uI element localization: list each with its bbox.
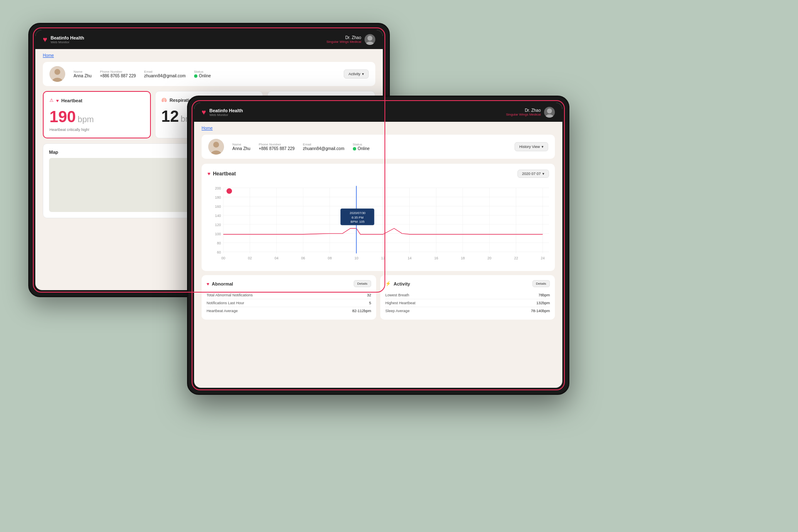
brand-name: Beatinfo Health [51, 35, 84, 40]
patient-avatar [49, 66, 65, 82]
patient-name-field: Name Anna Zhu [74, 70, 91, 78]
brand-subtitle: Web Monitor [51, 40, 84, 44]
chevron-down-icon: ▾ [542, 145, 544, 149]
svg-text:200: 200 [215, 186, 221, 190]
activity-card: ⚡ Activity Details Lowest Breath 78bpm H… [380, 275, 555, 320]
doctor-avatar [365, 34, 375, 45]
front-phone-label: Phone Number [259, 143, 294, 146]
respiration-icon: 🫁 [161, 97, 167, 103]
heartbeat-icon: ♥ [56, 98, 59, 103]
status-value: Online [199, 74, 211, 78]
activity-card-title: ⚡ Activity [385, 281, 410, 286]
patient-info-bar: Name Anna Zhu Phone Number +886 8765 887… [43, 62, 375, 86]
front-patient-phone: +886 8765 887 229 [259, 146, 294, 151]
online-dot [194, 74, 197, 78]
heartbeat-value: 190 [49, 108, 76, 126]
front-doctor-info: Dr. Zhao Singular Wings Medical [506, 107, 555, 118]
svg-text:6:35 PM: 6:35 PM [352, 216, 363, 219]
svg-text:20: 20 [488, 256, 492, 260]
activity-button[interactable]: Activity ▾ [344, 69, 369, 79]
front-tablet: ♥ Beatinfo Health Web Monitor Dr. Zhao S… [187, 96, 569, 395]
svg-text:140: 140 [215, 214, 221, 218]
anomaly-dot [227, 188, 232, 194]
abnormal-card-title: ♥ Abnormal [207, 281, 233, 286]
name-label: Name [74, 70, 91, 74]
date-label: 2020 07 07 [522, 172, 541, 176]
front-tablet-header: ♥ Beatinfo Health Web Monitor Dr. Zhao S… [194, 103, 562, 122]
svg-point-8 [213, 142, 219, 148]
front-status-value: Online [358, 146, 370, 151]
status-indicator: Online [194, 74, 211, 78]
heartbeat-section-header: ♥ Heartbeat 2020 07 07 ▾ [207, 170, 549, 178]
abnormal-details-button[interactable]: Details [354, 280, 371, 287]
activity-label-1: Highest Heartbeat [385, 301, 416, 305]
date-selector-button[interactable]: 2020 07 07 ▾ [517, 170, 549, 178]
front-tablet-content: Home Name Anna Zhu Phone Number +886 87 [194, 122, 562, 388]
abnormal-value-0: 32 [367, 293, 371, 297]
doctor-info: Dr. Zhao Singular Wings Medical [326, 34, 375, 45]
patient-email-field: Email zhuann84@gmail.com [144, 70, 186, 78]
activity-value-1: 132bpm [536, 301, 550, 305]
breadcrumb[interactable]: Home [43, 53, 375, 58]
abnormal-label-0: Total Abnormal Notifications [207, 293, 253, 297]
front-brand-subtitle: Web Monitor [209, 113, 243, 117]
front-brand-name: Beatinfo Health [209, 108, 243, 113]
svg-text:24: 24 [541, 256, 545, 260]
abnormal-row-0: Total Abnormal Notifications 32 [207, 291, 371, 299]
email-label: Email [144, 70, 186, 74]
front-patient-name: Anna Zhu [232, 146, 250, 151]
chevron-down-icon: ▾ [362, 72, 364, 76]
activity-value-0: 78bpm [538, 293, 550, 297]
front-status-label: Status [353, 143, 370, 146]
heartbeat-card-header: ⚠ ♥ Heartbeat [49, 98, 144, 103]
front-patient-email: zhuann84@gmail.com [303, 146, 345, 151]
abnormal-icon: ♥ [207, 281, 209, 286]
activity-icon: ⚡ [385, 281, 391, 286]
svg-text:100: 100 [215, 232, 221, 236]
svg-text:02: 02 [248, 256, 252, 260]
patient-email: zhuann84@gmail.com [144, 74, 186, 78]
svg-point-5 [547, 108, 552, 113]
svg-text:08: 08 [328, 256, 332, 260]
svg-text:22: 22 [514, 256, 518, 260]
front-online-dot [353, 147, 356, 150]
patient-phone: +886 8765 887 229 [100, 74, 135, 78]
front-email-label: Email [303, 143, 345, 146]
brand-logo: ♥ Beatinfo Health Web Monitor [43, 35, 84, 44]
front-patient-name-field: Name Anna Zhu [232, 143, 250, 151]
front-patient-info-bar: Name Anna Zhu Phone Number +886 8765 887… [202, 135, 555, 159]
svg-point-3 [54, 69, 60, 75]
svg-point-0 [367, 36, 372, 41]
heartbeat-subtitle: Heartbeat critically high! [49, 128, 144, 132]
svg-text:BPM: 105: BPM: 105 [351, 220, 365, 224]
abnormal-title-label: Abnormal [212, 281, 233, 286]
svg-text:80: 80 [217, 241, 221, 245]
front-patient-phone-field: Phone Number +886 8765 887 229 [259, 143, 294, 151]
front-name-label: Name [232, 143, 250, 146]
abnormal-card-header: ♥ Abnormal Details [207, 280, 371, 287]
svg-text:12: 12 [381, 256, 385, 260]
front-doctor-avatar-img [544, 107, 555, 118]
front-tablet-screen: ♥ Beatinfo Health Web Monitor Dr. Zhao S… [194, 103, 562, 388]
date-chevron-icon: ▾ [542, 172, 544, 176]
heartbeat-unit: bpm [78, 115, 94, 124]
abnormal-value-1: 5 [369, 301, 371, 305]
heartbeat-section: ♥ Heartbeat 2020 07 07 ▾ [202, 164, 555, 271]
doctor-company: Singular Wings Medical [326, 40, 361, 44]
heartbeat-section-label: Heartbeat [213, 171, 236, 177]
front-doctor-name: Dr. Zhao [506, 108, 541, 113]
svg-text:04: 04 [275, 256, 279, 260]
svg-text:180: 180 [215, 195, 221, 200]
doctor-name: Dr. Zhao [326, 35, 361, 40]
patient-status-field: Status Online [194, 70, 211, 78]
history-view-button[interactable]: History View ▾ [515, 142, 548, 151]
activity-row-1: Highest Heartbeat 132bpm [385, 299, 550, 307]
abnormal-label-2: Heartbeat Average [207, 309, 238, 313]
abnormal-row-1: Notifications Last Hour 5 [207, 299, 371, 307]
patient-avatar-img [49, 66, 65, 82]
heartbeat-value-container: 190 bpm [49, 108, 144, 126]
activity-card-header: ⚡ Activity Details [385, 280, 550, 287]
front-breadcrumb[interactable]: Home [202, 126, 555, 131]
activity-details-button[interactable]: Details [532, 280, 550, 287]
activity-row-2: Sleep Average 78-140bpm [385, 307, 550, 315]
